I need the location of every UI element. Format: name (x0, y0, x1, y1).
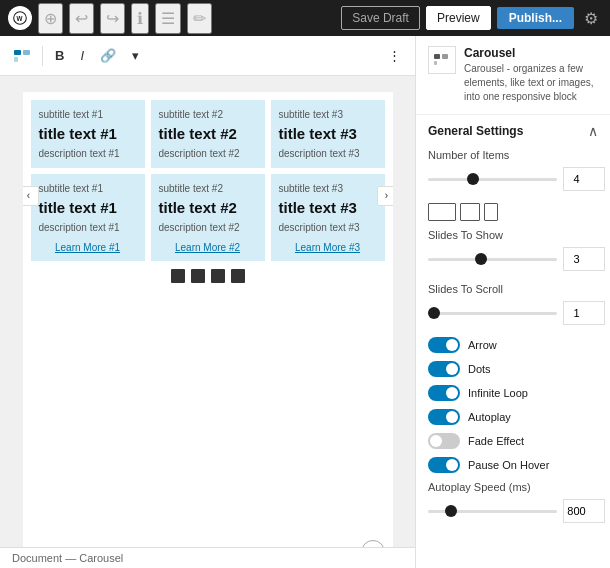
slide-card-1: subtitle text #1 title text #1 descripti… (31, 100, 145, 168)
desktop-icon[interactable] (428, 203, 456, 221)
editor-area: B I 🔗 ▾ ⋮ ‹ › subtitle text #1 title tex… (0, 36, 415, 568)
dot-4[interactable] (231, 269, 245, 283)
slide-card-6: subtitle text #3 title text #3 descripti… (271, 174, 385, 261)
slides-to-show-setting: Slides To Show Reset (428, 229, 598, 271)
slide-3-desc: description text #3 (279, 147, 377, 160)
slide-3-subtitle: subtitle text #3 (279, 108, 377, 121)
svg-text:W: W (17, 15, 23, 22)
number-of-items-input[interactable] (563, 167, 605, 191)
slide-card-2: subtitle text #2 title text #2 descripti… (151, 100, 265, 168)
infinite-loop-label: Infinite Loop (468, 387, 528, 399)
fade-effect-toggle-row: Fade Effect (428, 433, 598, 449)
slide-4-title: title text #1 (39, 199, 137, 217)
svg-rect-6 (442, 54, 448, 59)
svg-rect-5 (434, 54, 440, 59)
carousel-prev-button[interactable]: ‹ (23, 186, 39, 206)
carousel-next-button[interactable]: › (377, 186, 393, 206)
dot-3[interactable] (211, 269, 225, 283)
autoplay-label: Autoplay (468, 411, 511, 423)
pause-on-hover-toggle-row: Pause On Hover (428, 457, 598, 473)
list-view-icon[interactable]: ☰ (155, 3, 181, 34)
status-text: Document — Carousel (12, 552, 123, 564)
top-bar-left: W ⊕ ↩ ↪ ℹ ☰ ✏ (8, 3, 212, 34)
carousel-container: ‹ › subtitle text #1 title text #1 descr… (23, 92, 393, 299)
more-options-button[interactable]: ⋮ (382, 44, 407, 67)
dot-2[interactable] (191, 269, 205, 283)
link-button[interactable]: 🔗 (94, 44, 122, 67)
slide-6-title: title text #3 (279, 199, 377, 217)
status-bar: Document — Carousel (0, 547, 415, 568)
autoplay-speed-setting: Autoplay Speed (ms) Reset (428, 481, 598, 523)
slide-2-title: title text #2 (159, 125, 257, 143)
slides-grid-bottom: subtitle text #1 title text #1 descripti… (31, 174, 385, 261)
slides-to-scroll-input[interactable] (563, 301, 605, 325)
autoplay-speed-slider[interactable] (428, 510, 557, 513)
pause-on-hover-label: Pause On Hover (468, 459, 549, 471)
dots-toggle[interactable] (428, 361, 460, 377)
toolbar-separator (42, 46, 43, 66)
number-of-items-label: Number of Items (428, 149, 598, 161)
align-button[interactable]: ▾ (126, 44, 145, 67)
sidebar: Carousel Carousel - organizes a few elem… (415, 36, 610, 568)
slide-5-desc: description text #2 (159, 221, 257, 234)
settings-button[interactable]: ⚙ (580, 5, 602, 32)
redo-icon[interactable]: ↪ (100, 3, 125, 34)
settings-header: General Settings ∧ (428, 123, 598, 139)
device-icons (428, 203, 598, 221)
mobile-icon[interactable] (484, 203, 498, 221)
arrow-label: Arrow (468, 339, 497, 351)
save-draft-button[interactable]: Save Draft (341, 6, 420, 30)
block-toolbar: B I 🔗 ▾ ⋮ (0, 36, 415, 76)
add-block-button[interactable]: + (361, 540, 385, 547)
autoplay-speed-input[interactable] (563, 499, 605, 523)
italic-button[interactable]: I (74, 44, 90, 67)
tablet-icon[interactable] (460, 203, 480, 221)
slide-4-desc: description text #1 (39, 221, 137, 234)
top-bar: W ⊕ ↩ ↪ ℹ ☰ ✏ Save Draft Preview Publish… (0, 0, 610, 36)
preview-button[interactable]: Preview (426, 6, 491, 30)
pause-on-hover-toggle[interactable] (428, 457, 460, 473)
slide-card-5: subtitle text #2 title text #2 descripti… (151, 174, 265, 261)
block-info-text: Carousel Carousel - organizes a few elem… (464, 46, 598, 104)
slides-to-show-input[interactable] (563, 247, 605, 271)
slide-6-link[interactable]: Learn More #3 (279, 242, 377, 253)
slide-2-desc: description text #2 (159, 147, 257, 160)
slide-4-link[interactable]: Learn More #1 (39, 242, 137, 253)
bold-button[interactable]: B (49, 44, 70, 67)
carousel-dots (31, 261, 385, 291)
infinite-loop-toggle[interactable] (428, 385, 460, 401)
publish-button[interactable]: Publish... (497, 7, 574, 29)
info-icon[interactable]: ℹ (131, 3, 149, 34)
dot-1[interactable] (171, 269, 185, 283)
number-of-items-control: Reset (428, 167, 598, 191)
block-type-icon[interactable] (8, 42, 36, 70)
block-icon (428, 46, 456, 74)
undo-icon[interactable]: ↩ (69, 3, 94, 34)
canvas: ‹ › subtitle text #1 title text #1 descr… (0, 76, 415, 547)
slides-to-scroll-slider[interactable] (428, 312, 557, 315)
block-name: Carousel (464, 46, 598, 60)
slide-3-title: title text #3 (279, 125, 377, 143)
settings-panel: General Settings ∧ Number of Items Reset (416, 115, 610, 543)
canvas-inner: ‹ › subtitle text #1 title text #1 descr… (23, 92, 393, 547)
slide-5-link[interactable]: Learn More #2 (159, 242, 257, 253)
arrow-toggle[interactable] (428, 337, 460, 353)
arrow-toggle-row: Arrow (428, 337, 598, 353)
slides-to-scroll-setting: Slides To Scroll Reset (428, 283, 598, 325)
slide-card-3: subtitle text #3 title text #3 descripti… (271, 100, 385, 168)
wordpress-logo[interactable]: W (8, 6, 32, 30)
slides-to-show-slider[interactable] (428, 258, 557, 261)
slides-to-show-control: Reset (428, 247, 598, 271)
add-block-icon[interactable]: ⊕ (38, 3, 63, 34)
svg-rect-3 (23, 50, 30, 55)
dots-label: Dots (468, 363, 491, 375)
settings-title: General Settings (428, 124, 523, 138)
fade-effect-toggle[interactable] (428, 433, 460, 449)
collapse-icon[interactable]: ∧ (588, 123, 598, 139)
svg-rect-2 (14, 50, 21, 55)
dots-toggle-row: Dots (428, 361, 598, 377)
edit-icon[interactable]: ✏ (187, 3, 212, 34)
autoplay-toggle[interactable] (428, 409, 460, 425)
number-of-items-slider[interactable] (428, 178, 557, 181)
slides-to-scroll-control: Reset (428, 301, 598, 325)
